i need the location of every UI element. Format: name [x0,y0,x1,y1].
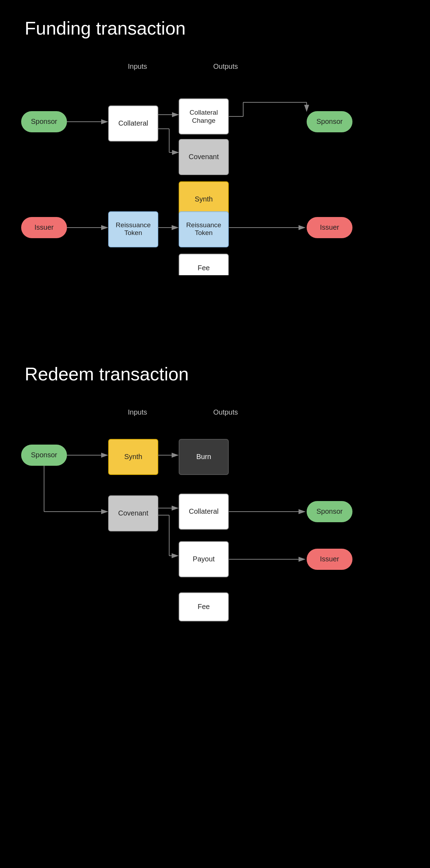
redeem-sponsor-in-label: Sponsor [31,451,57,459]
funding-inputs-label: Inputs [128,62,147,70]
redeem-fee-label: Fee [198,603,210,610]
funding-cc-label2: Change [192,117,216,124]
redeem-covenant-label: Covenant [118,509,148,517]
funding-rt-in-label1: Reissuance [116,221,150,229]
redeem-burn-label: Burn [196,453,211,460]
funding-synth-label: Synth [195,195,213,203]
redeem-sponsor-out-label: Sponsor [317,507,343,515]
funding-rt-out-label1: Reissuance [186,221,221,229]
funding-outputs-label: Outputs [213,62,238,70]
funding-title: Funding transaction [25,18,412,39]
funding-cc-label1: Collateral [190,109,218,116]
funding-diagram: Inputs Outputs Sponsor Collateral Collat… [18,56,405,275]
funding-fee-label: Fee [198,264,210,272]
funding-issuer-out-label: Issuer [320,223,339,231]
redeem-outputs-label: Outputs [213,408,238,416]
funding-issuer-in-label: Issuer [35,223,54,231]
redeem-synth-label: Synth [124,453,142,460]
funding-rt-in-label2: Token [124,229,142,236]
funding-rt-out-label2: Token [195,229,213,236]
redeem-issuer-out-label: Issuer [320,555,339,563]
redeem-payout-label: Payout [193,555,215,563]
funding-sponsor-in-label: Sponsor [31,117,57,125]
redeem-title: Redeem transaction [25,363,412,385]
redeem-collateral-label: Collateral [189,507,219,515]
funding-section: Funding transaction Inputs Outputs Spons… [0,0,430,275]
redeem-section: Redeem transaction Inputs Outputs Sponso… [0,346,430,670]
funding-sponsor-out-label: Sponsor [317,117,343,125]
redeem-inputs-label: Inputs [128,408,147,416]
redeem-diagram: Inputs Outputs Sponsor Synth Burn Covena… [18,402,405,670]
funding-cc-node [179,99,228,134]
funding-collateral-label: Collateral [118,119,148,127]
funding-covenant-label: Covenant [189,153,219,161]
